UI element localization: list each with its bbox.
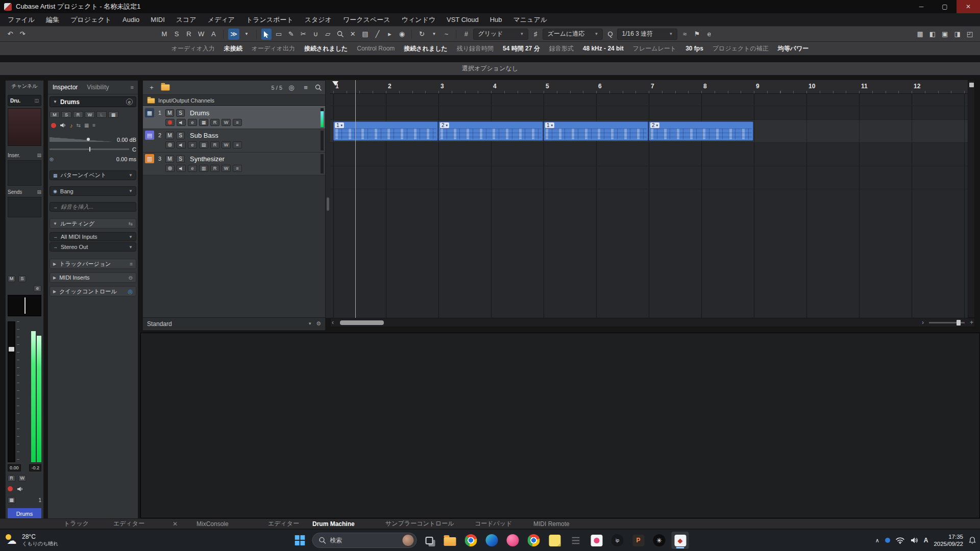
tracklist-event-splitter[interactable] xyxy=(326,80,330,318)
vertical-zoom-handle[interactable] xyxy=(969,83,974,87)
inserts-slots[interactable] xyxy=(8,160,41,186)
autoscroll-button[interactable]: ≫ xyxy=(228,29,239,40)
read-all-button[interactable]: R xyxy=(184,29,194,40)
track-name[interactable]: Synthesizer xyxy=(190,155,225,163)
track-row-drums[interactable]: ▦ 1 M S Drums e ▦ R W ≡ xyxy=(143,106,325,129)
editor-button[interactable]: ▥ xyxy=(199,165,208,172)
close-lower-zone-button[interactable]: ✕ xyxy=(173,519,178,529)
tab-inspector[interactable]: Inspector xyxy=(48,81,82,94)
track-mute-button[interactable]: M xyxy=(165,109,174,117)
inspector-track-header[interactable]: ▼ Drums e xyxy=(50,96,136,107)
input-routing-dropdown[interactable]: → All MIDI Inputs ▼ xyxy=(50,232,136,241)
menu-hub[interactable]: Hub xyxy=(484,13,508,26)
clock-widget[interactable]: 17:35 2025/09/22 xyxy=(934,533,963,548)
pattern-grid-icon[interactable]: ▦ xyxy=(84,122,89,128)
track-controls-preset-row[interactable]: Standard ▼ ⚙ xyxy=(143,317,325,330)
section-midi-inserts[interactable]: ▶ MIDI Inserts ⊖ xyxy=(50,272,136,283)
utility-app-button[interactable] xyxy=(567,532,584,549)
marker-flag-button[interactable]: ⚑ xyxy=(692,29,702,40)
inspector-write-button[interactable]: W xyxy=(85,111,95,118)
sends-slots[interactable] xyxy=(8,197,41,217)
grid-icon-button[interactable]: ♯ xyxy=(530,29,541,40)
record-enable-button[interactable] xyxy=(165,141,175,148)
inspector-monitor-icon[interactable] xyxy=(60,122,66,128)
color-tool[interactable]: ◉ xyxy=(397,29,407,40)
scrollbar-thumb[interactable] xyxy=(340,320,384,325)
lower-zone-panel[interactable] xyxy=(140,333,980,518)
inspector-mute-button[interactable]: M xyxy=(50,111,60,118)
loop-button[interactable]: ↻ xyxy=(416,29,427,40)
taskbar-weather-widget[interactable]: ☁ 28°C くもりのち晴れ xyxy=(5,533,58,547)
horizontal-zoom-slider[interactable] xyxy=(929,322,965,323)
notifications-bell-icon[interactable] xyxy=(969,537,976,544)
minimize-button[interactable]: ─ xyxy=(910,0,933,13)
track-filter-button[interactable]: ≡ xyxy=(301,83,311,92)
range-selection-tool[interactable]: ▭ xyxy=(274,29,284,40)
freeze-icon[interactable]: ⇆ xyxy=(77,122,81,128)
curve-button[interactable]: ~ xyxy=(441,29,451,40)
midi-note-icon[interactable]: ♪ xyxy=(70,122,73,129)
channel-tab-drums[interactable]: Dru. ◫ xyxy=(8,95,41,106)
record-enable-button[interactable] xyxy=(165,165,175,172)
track-search-icon[interactable] xyxy=(315,84,322,91)
tray-app-icon[interactable] xyxy=(885,538,890,543)
monitor-button[interactable] xyxy=(177,141,186,148)
quantize-panel-button[interactable]: e xyxy=(704,29,714,40)
horizontal-scrollbar[interactable]: ‹ › + xyxy=(330,318,975,327)
track-agents-button[interactable]: ◎ xyxy=(286,83,297,92)
inspector-channel-type-icon[interactable]: ▦ xyxy=(108,111,118,118)
volume-fader[interactable] xyxy=(8,321,15,462)
edit-channel-button[interactable]: e xyxy=(188,165,197,172)
zoom-in-button[interactable]: + xyxy=(970,319,973,326)
track-solo-button[interactable]: S xyxy=(176,155,185,163)
timeline-ruler[interactable]: 2 1 3 4 5 6 7 8 9 10 11 12 xyxy=(330,80,968,94)
hidden-icons-chevron[interactable]: ∧ xyxy=(875,537,879,544)
play-tool[interactable]: ▸ xyxy=(384,29,395,40)
edit-channel-settings-icon[interactable]: e xyxy=(126,98,133,105)
scroll-left-arrow[interactable]: ‹ xyxy=(332,319,334,326)
menu-media[interactable]: メディア xyxy=(202,13,240,26)
add-track-button[interactable]: + xyxy=(146,83,157,92)
automation-panel-button[interactable]: A xyxy=(208,29,218,40)
fader-handle[interactable] xyxy=(9,347,14,352)
start-button[interactable] xyxy=(291,532,309,549)
channel-read-button[interactable]: R xyxy=(8,475,15,482)
browser-profile-button[interactable] xyxy=(525,532,543,549)
pan-slider[interactable] xyxy=(50,148,129,150)
snap-on-off-button[interactable]: # xyxy=(461,29,471,40)
chevron-down-icon[interactable]: ▼ xyxy=(308,321,312,326)
cubase-taskbar-button[interactable]: ◆ xyxy=(672,532,689,549)
sends-header[interactable]: Sends ▤ xyxy=(8,188,41,196)
taskbar-search-box[interactable]: 検索 xyxy=(312,533,417,548)
track-mute-button[interactable]: M xyxy=(165,132,174,139)
event-label[interactable]: 1▾ xyxy=(335,122,344,128)
wifi-icon[interactable] xyxy=(896,537,904,544)
left-zone-toggle[interactable]: ◧ xyxy=(927,29,938,40)
channel-write-button[interactable]: W xyxy=(18,475,26,482)
write-automation-button[interactable]: W xyxy=(222,119,231,126)
delay-row[interactable]: ◎ 0.00 ms xyxy=(50,155,136,163)
channel-solo-button[interactable]: S xyxy=(18,276,26,282)
menu-studio[interactable]: スタジオ xyxy=(299,13,337,26)
track-solo-button[interactable]: S xyxy=(176,132,185,139)
pattern-event-dropdown[interactable]: ▦ パターンイベント ▼ xyxy=(50,170,136,180)
tab-editor-left[interactable]: エディター xyxy=(113,519,144,529)
glue-tool[interactable]: ∪ xyxy=(310,29,321,40)
menu-manual[interactable]: マニュアル xyxy=(508,13,553,26)
lower-zone-toggle[interactable]: ▣ xyxy=(940,29,950,40)
line-tool[interactable]: ╱ xyxy=(372,29,382,40)
write-all-button[interactable]: W xyxy=(196,29,206,40)
setup-window-layout-button[interactable]: ▦ xyxy=(915,29,925,40)
inspector-read-button[interactable]: R xyxy=(73,111,83,118)
edit-channel-button[interactable]: e xyxy=(188,141,197,148)
chrome-button[interactable] xyxy=(462,532,480,549)
object-selection-tool[interactable] xyxy=(261,29,272,40)
track-mute-button[interactable]: M xyxy=(165,155,174,163)
io-channels-folder-row[interactable]: Input/Output Channels xyxy=(143,95,325,106)
peak-value-left[interactable]: 0.00 xyxy=(8,464,21,471)
menu-score[interactable]: スコア xyxy=(170,13,202,26)
inspector-listen-button[interactable]: L xyxy=(96,111,107,118)
maximize-button[interactable]: ▢ xyxy=(933,0,957,13)
tab-midi-remote[interactable]: MIDI Remote xyxy=(533,519,570,529)
track-options-button[interactable]: ≡ xyxy=(233,141,242,148)
